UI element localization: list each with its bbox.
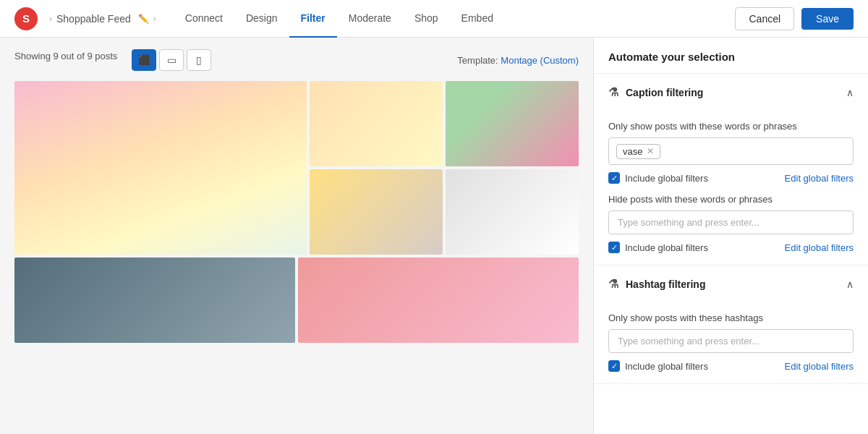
- photo-item-8: [298, 258, 579, 343]
- show-hashtags-label: Only show posts with these hashtags: [608, 312, 854, 323]
- view-controls: ⬛ ▭ ▯: [132, 49, 211, 71]
- photo-grid-bottom: [14, 258, 579, 343]
- breadcrumb-label: Shoppable Feed: [56, 13, 131, 25]
- photo-item-3: [446, 81, 579, 166]
- nav-tabs: Connect Design Filter Moderate Shop Embe…: [174, 0, 736, 38]
- photo-item-7: [14, 258, 295, 343]
- hashtag-section-title: Hashtag filtering: [626, 278, 705, 290]
- include-global-row-3: Include global filters Edit global filte…: [608, 360, 854, 372]
- hashtag-filtering-section: ⚗ Hashtag filtering ∧ Only show posts wi…: [594, 265, 868, 384]
- left-panel: Showing 9 out of 9 posts ⬛ ▭ ▯ Template:…: [0, 38, 593, 434]
- edit-global-filters-link-1[interactable]: Edit global filters: [785, 173, 854, 184]
- breadcrumb-chevron-icon: ›: [49, 14, 52, 24]
- caption-filtering-section: ⚗ Caption filtering ∧ Only show posts wi…: [594, 74, 868, 265]
- breadcrumb-chevron2-icon: ›: [153, 14, 156, 24]
- photo-grid: [14, 81, 579, 255]
- logo-icon: S: [14, 7, 38, 30]
- photo-item-5: [310, 169, 443, 255]
- show-words-label: Only show posts with these words or phra…: [608, 121, 854, 132]
- caption-filter-icon: ⚗: [608, 85, 618, 99]
- include-global-row-1: Include global filters Edit global filte…: [608, 172, 854, 184]
- caption-section-body: Only show posts with these words or phra…: [594, 121, 868, 265]
- vase-tag[interactable]: vase ✕: [616, 144, 660, 159]
- tab-filter[interactable]: Filter: [289, 0, 337, 38]
- caption-collapse-icon: ∧: [846, 87, 854, 98]
- include-global-row-2: Include global filters Edit global filte…: [608, 242, 854, 253]
- hide-words-input[interactable]: [608, 210, 854, 234]
- edit-global-filters-link-3[interactable]: Edit global filters: [785, 361, 854, 372]
- save-button[interactable]: Save: [801, 8, 854, 30]
- include-global-checkbox-2[interactable]: [608, 242, 620, 253]
- include-global-label-2: Include global filters: [625, 242, 708, 253]
- template-label: Template: Montage (Custom): [457, 55, 579, 66]
- caption-section-title: Caption filtering: [626, 87, 703, 98]
- right-panel: Automate your selection ⚗ Caption filter…: [593, 38, 868, 434]
- showing-text: Showing 9 out of 9 posts: [14, 51, 117, 61]
- breadcrumb: › Shoppable Feed ✏️ ›: [49, 13, 156, 25]
- tab-shop[interactable]: Shop: [403, 0, 450, 38]
- tab-design[interactable]: Design: [234, 0, 289, 38]
- view-mobile-button[interactable]: ▯: [187, 49, 211, 71]
- edit-global-filters-link-2[interactable]: Edit global filters: [785, 242, 854, 253]
- include-global-checkbox-3[interactable]: [608, 360, 620, 372]
- top-bar: Showing 9 out of 9 posts ⬛ ▭ ▯ Template:…: [14, 49, 579, 71]
- tab-embed[interactable]: Embed: [450, 0, 505, 38]
- include-global-label-1: Include global filters: [625, 173, 708, 184]
- automate-header: Automate your selection: [594, 38, 868, 74]
- show-words-input[interactable]: vase ✕: [608, 137, 854, 165]
- remove-tag-button[interactable]: ✕: [647, 146, 654, 156]
- tab-connect[interactable]: Connect: [174, 0, 234, 38]
- tag-text: vase: [623, 146, 642, 157]
- cancel-button[interactable]: Cancel: [735, 7, 794, 30]
- nav-actions: Cancel Save: [735, 7, 854, 30]
- view-tablet-button[interactable]: ▭: [159, 49, 184, 71]
- hashtag-filter-icon: ⚗: [608, 277, 618, 291]
- navbar: S › Shoppable Feed ✏️ › Connect Design F…: [0, 0, 868, 38]
- view-desktop-button[interactable]: ⬛: [132, 49, 156, 71]
- edit-breadcrumb-icon[interactable]: ✏️: [138, 14, 149, 24]
- include-global-checkbox-1[interactable]: [608, 172, 620, 184]
- hashtag-section-body: Only show posts with these hashtags Incl…: [594, 312, 868, 383]
- template-link[interactable]: Montage (Custom): [501, 55, 579, 66]
- include-global-label-3: Include global filters: [625, 361, 708, 372]
- photo-item-1: [14, 81, 307, 255]
- main-content: Showing 9 out of 9 posts ⬛ ▭ ▯ Template:…: [0, 38, 868, 434]
- show-hashtags-input[interactable]: [608, 329, 854, 353]
- tab-moderate[interactable]: Moderate: [337, 0, 403, 38]
- hashtag-collapse-icon: ∧: [846, 278, 854, 290]
- photo-item-6: [446, 169, 579, 255]
- hashtag-section-header[interactable]: ⚗ Hashtag filtering ∧: [594, 265, 868, 302]
- caption-section-header[interactable]: ⚗ Caption filtering ∧: [594, 74, 868, 111]
- photo-item-2: [310, 81, 443, 166]
- hide-words-label: Hide posts with these words or phrases: [608, 194, 854, 205]
